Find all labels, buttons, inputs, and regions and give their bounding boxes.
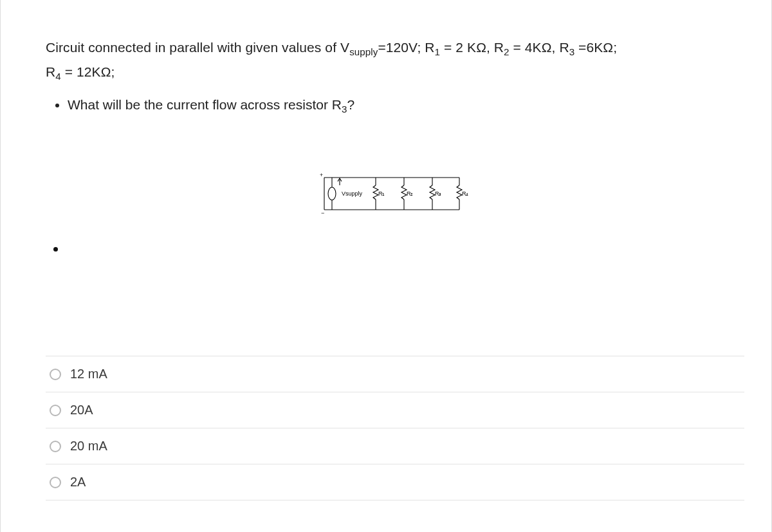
- r2-label: R₂: [407, 190, 414, 197]
- answer-label: 20 mA: [70, 439, 107, 454]
- prompt-text: = 12KΩ;: [61, 64, 115, 79]
- r4-label: R₄: [462, 190, 469, 197]
- radio-icon[interactable]: [50, 405, 61, 416]
- answer-option[interactable]: 20 mA: [46, 428, 744, 464]
- bullet-text: What will be the current flow across res…: [68, 97, 342, 112]
- small-dot: [53, 247, 58, 252]
- r3-label: R₃: [435, 190, 442, 197]
- answer-option[interactable]: 12 mA: [46, 356, 744, 392]
- question-bullet: What will be the current flow across res…: [68, 94, 744, 117]
- minus-label: −: [321, 210, 324, 216]
- prompt-text: = 4KΩ, R: [510, 40, 569, 55]
- prompt-text: =120V; R: [378, 40, 434, 55]
- radio-icon[interactable]: [50, 369, 61, 380]
- plus-label: +: [320, 172, 323, 178]
- answer-label: 20A: [70, 403, 93, 417]
- prompt-sub: 2: [504, 46, 510, 57]
- circuit-svg: + − Vsupply R₁ R₂ R₃ R₄: [318, 171, 472, 216]
- svg-point-3: [328, 187, 336, 200]
- bullet-text: ?: [347, 97, 354, 112]
- answer-option[interactable]: 20A: [46, 392, 744, 428]
- prompt-text: R: [46, 64, 55, 79]
- answer-label: 2A: [70, 475, 86, 490]
- radio-icon[interactable]: [50, 441, 61, 452]
- circuit-figure: + − Vsupply R₁ R₂ R₃ R₄: [46, 171, 744, 216]
- vsupply-label: Vsupply: [342, 190, 363, 197]
- prompt-text: Circuit connected in parallel with given…: [46, 40, 349, 55]
- prompt-text: = 2 KΩ, R: [440, 40, 504, 55]
- answer-option[interactable]: 2A: [46, 464, 744, 500]
- question-panel: Circuit connected in parallel with given…: [0, 0, 772, 532]
- prompt-text: =6KΩ;: [574, 40, 617, 55]
- answer-label: 12 mA: [70, 367, 107, 381]
- radio-icon[interactable]: [50, 477, 61, 488]
- prompt-sub: 3: [569, 46, 575, 57]
- question-bullet-list: What will be the current flow across res…: [46, 94, 744, 117]
- r1-label: R₁: [378, 190, 385, 197]
- question-prompt: Circuit connected in parallel with given…: [46, 36, 744, 85]
- prompt-sub: 1: [435, 46, 441, 57]
- prompt-sub: supply: [349, 46, 378, 57]
- prompt-sub: 4: [55, 71, 61, 82]
- answer-choice-list: 12 mA 20A 20 mA 2A: [46, 356, 744, 500]
